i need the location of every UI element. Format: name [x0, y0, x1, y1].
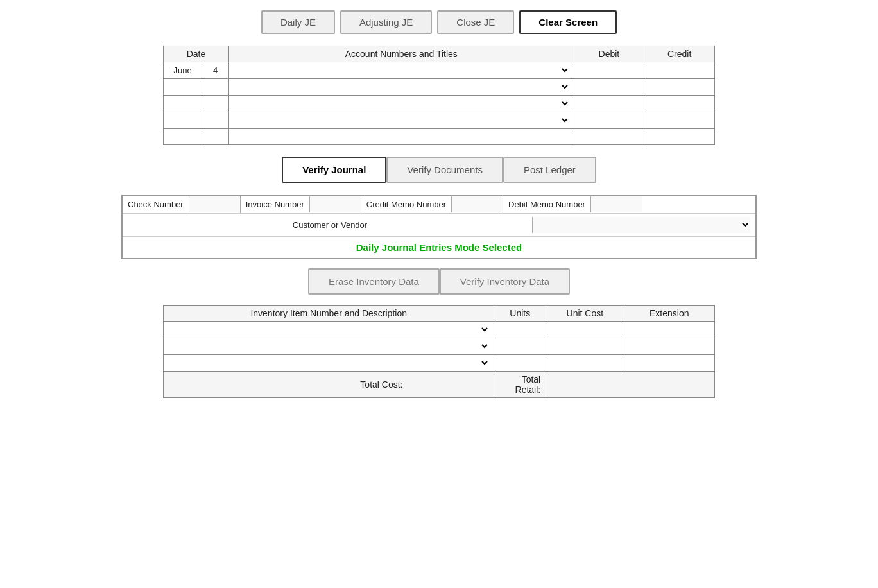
je-account-select[interactable] [233, 115, 570, 126]
je-account-cell[interactable] [229, 62, 574, 79]
je-credit-input[interactable] [648, 116, 710, 126]
je-credit-cell[interactable] [644, 112, 715, 129]
inv-desc-header: Inventory Item Number and Description [164, 306, 494, 322]
check-number-label: Check Number [123, 196, 189, 213]
date-header: Date [164, 46, 229, 62]
je-day-input[interactable] [206, 132, 225, 142]
inv-desc-select[interactable] [168, 358, 490, 368]
invoice-number-input[interactable] [309, 196, 361, 212]
je-account-cell[interactable] [229, 96, 574, 112]
je-month-cell[interactable] [164, 96, 202, 112]
je-day-input[interactable] [206, 83, 225, 92]
je-day-cell[interactable] [202, 112, 229, 129]
total-cost-input[interactable] [405, 380, 488, 390]
inv-ext-input[interactable] [628, 359, 711, 368]
je-month-cell[interactable] [164, 79, 202, 96]
je-month-input[interactable] [168, 132, 198, 142]
total-retail-input[interactable] [550, 380, 710, 390]
je-credit-input[interactable] [648, 132, 710, 142]
inv-cost-header: Unit Cost [546, 306, 624, 322]
je-credit-input[interactable] [648, 66, 710, 76]
je-month-input[interactable] [168, 116, 198, 126]
verify-documents-button[interactable]: Verify Documents [386, 157, 503, 183]
je-debit-input[interactable] [578, 66, 641, 76]
customer-vendor-select[interactable] [532, 217, 750, 233]
je-month-input[interactable] [168, 99, 198, 109]
je-debit-input[interactable] [578, 116, 641, 126]
inv-units-input[interactable] [498, 359, 542, 368]
je-credit-cell[interactable] [644, 129, 715, 145]
verify-journal-button[interactable]: Verify Journal [282, 157, 386, 183]
je-day-input[interactable] [206, 116, 225, 126]
inv-desc-cell[interactable] [164, 355, 494, 372]
inv-units-cell[interactable] [494, 322, 546, 338]
credit-memo-label: Credit Memo Number [361, 196, 451, 213]
inv-units-cell[interactable] [494, 338, 546, 355]
inv-cost-input[interactable] [550, 342, 619, 352]
je-account-cell[interactable] [229, 129, 574, 145]
inv-cost-input[interactable] [550, 325, 619, 335]
inv-ext-cell[interactable] [624, 338, 715, 355]
je-day-cell[interactable] [202, 129, 229, 145]
je-debit-cell[interactable] [574, 112, 644, 129]
je-account-select[interactable] [233, 65, 570, 76]
je-row [164, 129, 715, 145]
inv-units-input[interactable] [498, 325, 542, 335]
je-month-cell[interactable] [164, 129, 202, 145]
inv-desc-cell[interactable] [164, 322, 494, 338]
inv-cost-cell[interactable] [546, 355, 624, 372]
je-debit-cell[interactable] [574, 96, 644, 112]
inv-units-cell[interactable] [494, 355, 546, 372]
inv-desc-select[interactable] [168, 324, 490, 335]
inv-cost-cell[interactable] [546, 322, 624, 338]
je-debit-input[interactable] [578, 99, 641, 109]
je-credit-cell[interactable] [644, 62, 715, 79]
je-day-cell[interactable] [202, 79, 229, 96]
inv-cost-cell[interactable] [546, 338, 624, 355]
journal-entry-table-wrapper: Date Account Numbers and Titles Debit Cr… [13, 46, 865, 145]
inv-units-input[interactable] [498, 342, 542, 352]
credit-memo-input[interactable] [451, 196, 503, 212]
je-day-cell: 4 [202, 62, 229, 79]
je-day-input[interactable] [206, 99, 225, 109]
je-account-select[interactable] [233, 98, 570, 109]
inv-cost-input[interactable] [550, 359, 619, 368]
je-account-select[interactable] [233, 82, 570, 92]
check-number-input[interactable] [189, 196, 240, 212]
je-day-cell[interactable] [202, 96, 229, 112]
clear-screen-button[interactable]: Clear Screen [519, 10, 617, 34]
inv-ext-cell[interactable] [624, 322, 715, 338]
je-account-input[interactable] [233, 132, 570, 142]
close-je-button[interactable]: Close JE [437, 10, 514, 34]
je-debit-input[interactable] [578, 83, 641, 92]
je-debit-cell[interactable] [574, 62, 644, 79]
je-credit-input[interactable] [648, 83, 710, 92]
je-row: June 4 [164, 62, 715, 79]
je-credit-input[interactable] [648, 99, 710, 109]
inv-ext-input[interactable] [628, 342, 711, 352]
je-debit-cell[interactable] [574, 129, 644, 145]
post-ledger-button[interactable]: Post Ledger [503, 157, 596, 183]
debit-memo-input[interactable] [590, 196, 642, 212]
je-credit-cell[interactable] [644, 96, 715, 112]
je-month-input[interactable] [168, 83, 198, 92]
verify-inventory-button[interactable]: Verify Inventory Data [440, 268, 570, 295]
inv-desc-select[interactable] [168, 341, 490, 352]
je-row [164, 79, 715, 96]
je-month-cell[interactable] [164, 112, 202, 129]
daily-je-button[interactable]: Daily JE [261, 10, 335, 34]
erase-inventory-button[interactable]: Erase Inventory Data [308, 268, 440, 295]
inv-ext-header: Extension [624, 306, 715, 322]
adjusting-je-button[interactable]: Adjusting JE [340, 10, 432, 34]
inv-row [164, 355, 715, 372]
je-account-cell[interactable] [229, 112, 574, 129]
je-account-cell[interactable] [229, 79, 574, 96]
je-row [164, 112, 715, 129]
inv-ext-cell[interactable] [624, 355, 715, 372]
inv-ext-input[interactable] [628, 325, 711, 335]
je-credit-cell[interactable] [644, 79, 715, 96]
inv-desc-cell[interactable] [164, 338, 494, 355]
je-debit-cell[interactable] [574, 79, 644, 96]
inventory-table: Inventory Item Number and Description Un… [163, 305, 715, 398]
je-debit-input[interactable] [578, 132, 641, 142]
